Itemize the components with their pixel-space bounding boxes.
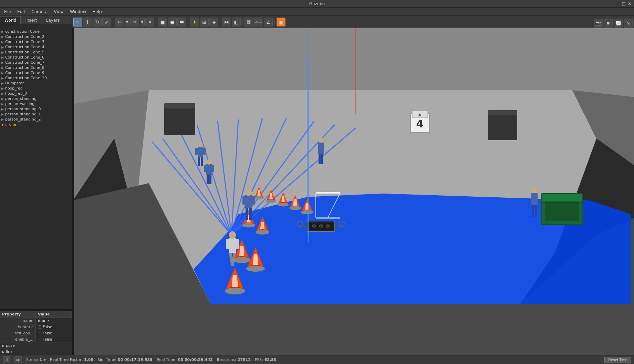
tree-item-construction_cone[interactable]: ▶construction Cone bbox=[0, 29, 72, 34]
measure-btn[interactable]: ⟵ bbox=[254, 18, 263, 27]
model-btn[interactable]: ◧ bbox=[232, 18, 241, 27]
step-btn[interactable]: ⏭ bbox=[14, 356, 22, 363]
sun-btn[interactable]: ☀ bbox=[190, 18, 199, 27]
angle-btn[interactable]: ∠ bbox=[264, 18, 273, 27]
select-tool-btn[interactable]: ↖ bbox=[73, 18, 82, 27]
tree-item-construction_cone_3[interactable]: ▶Construction Cone_3 bbox=[0, 39, 72, 44]
svg-rect-86 bbox=[319, 154, 321, 164]
tree-item-construction_cone_2[interactable]: ▶Construction Cone_2 bbox=[0, 34, 72, 39]
svg-rect-84 bbox=[318, 143, 324, 154]
menu-edit[interactable]: Edit bbox=[14, 9, 28, 15]
orange-tool-btn[interactable]: ▣ bbox=[277, 18, 285, 27]
tree-item-construction_cone_7[interactable]: ▶Construction Cone_7 bbox=[0, 60, 72, 65]
steps-value: 1 bbox=[39, 357, 42, 362]
record-btn[interactable]: ⏺ bbox=[604, 19, 613, 28]
redo-btn[interactable]: ↪ bbox=[130, 18, 139, 27]
sep1 bbox=[113, 19, 113, 25]
rotate-tool-btn[interactable]: ↻ bbox=[93, 18, 102, 27]
prop-expand-pose[interactable]: ▶pose bbox=[0, 343, 72, 349]
tree-item-person_standing_2[interactable]: ▶person_standing_2 bbox=[0, 117, 72, 122]
menu-view[interactable]: View bbox=[51, 9, 66, 15]
title-bar: Gazebo — □ ✕ bbox=[0, 0, 634, 8]
expand-btn[interactable]: ⤡ bbox=[624, 19, 633, 28]
menu-file[interactable]: File bbox=[1, 9, 14, 15]
viewport[interactable]: 4 ▲ bbox=[74, 28, 634, 355]
tree-item-construction_cone_10[interactable]: ▶Construction Cone_10 bbox=[0, 75, 72, 81]
tab-bar: World Insert Layers bbox=[0, 16, 72, 25]
svg-point-67 bbox=[207, 159, 211, 165]
prop-key-enable_...: enable_... bbox=[0, 336, 36, 342]
svg-rect-62 bbox=[198, 157, 200, 166]
undo-btn[interactable]: ↩ bbox=[115, 18, 124, 27]
tree-item-person_standing[interactable]: ▶person_standing bbox=[0, 96, 72, 101]
cylinder-btn[interactable]: ⬬ bbox=[177, 18, 186, 27]
prop-key-self_coll...: self_coll... bbox=[0, 330, 36, 336]
scale-tool-btn[interactable]: ⤢ bbox=[102, 18, 111, 27]
svg-point-43 bbox=[242, 223, 255, 228]
fps-label: FPS: bbox=[255, 357, 263, 362]
pause-btn[interactable]: ⏸ bbox=[3, 356, 10, 363]
svg-rect-83 bbox=[236, 239, 239, 249]
props-rows: namedroneis_staticFalseself_coll...False… bbox=[0, 318, 72, 355]
maximize-btn[interactable]: □ bbox=[622, 1, 626, 6]
close-btn[interactable]: ✕ bbox=[628, 1, 631, 6]
plot-btn[interactable]: 📈 bbox=[614, 19, 623, 28]
clear-btn[interactable]: ✕ bbox=[145, 18, 154, 27]
sphere-btn[interactable]: ● bbox=[168, 18, 177, 27]
svg-rect-71 bbox=[212, 165, 214, 172]
tab-layers[interactable]: Layers bbox=[42, 16, 64, 24]
svg-point-23 bbox=[254, 196, 264, 199]
sep5 bbox=[242, 19, 243, 25]
undo-dropdown-btn[interactable]: ▼ bbox=[125, 18, 129, 27]
menu-camera[interactable]: Camera bbox=[29, 9, 50, 15]
svg-rect-82 bbox=[226, 239, 229, 249]
reset-time-btn[interactable]: Reset Time bbox=[604, 357, 631, 363]
prop-val-is_static[interactable]: False bbox=[36, 324, 72, 330]
chain-btn[interactable]: ⛓ bbox=[245, 18, 253, 27]
window-controls[interactable]: — □ ✕ bbox=[616, 1, 631, 6]
steps-dropdown-btn[interactable]: ▼ bbox=[43, 358, 46, 362]
translate-tool-btn[interactable]: ✛ bbox=[83, 18, 92, 27]
wire-btn[interactable]: ◈ bbox=[209, 18, 218, 27]
tree-item-construction_cone_4[interactable]: ▶Construction Cone_4 bbox=[0, 44, 72, 50]
tree-item-construction_cone_6[interactable]: ▶Construction Cone_6 bbox=[0, 55, 72, 60]
menu-window[interactable]: Window bbox=[67, 9, 89, 15]
tab-world[interactable]: World bbox=[0, 16, 21, 24]
real-time-value: 00 00:00:29.442 bbox=[178, 357, 213, 362]
joint-btn[interactable]: ⧓ bbox=[222, 18, 231, 27]
menu-help[interactable]: Help bbox=[90, 9, 104, 15]
tree-item-person_standing_0[interactable]: ▶person_standing_0 bbox=[0, 106, 72, 112]
tree-item-drone[interactable]: ▼drone bbox=[0, 122, 72, 127]
prop-val-enable_...[interactable]: False bbox=[36, 336, 72, 342]
sim-time-label: Sim Time: bbox=[97, 357, 116, 362]
tree-item-construction_cone_9[interactable]: ▶Construction Cone_9 bbox=[0, 70, 72, 75]
tab-insert[interactable]: Insert bbox=[21, 16, 41, 24]
prop-row-is_static: is_staticFalse bbox=[0, 324, 72, 330]
prop-expand-link[interactable]: ▶link bbox=[0, 349, 72, 355]
box-btn[interactable]: ■ bbox=[158, 18, 167, 27]
world-tree[interactable]: ▶construction Cone▶Construction Cone_2▶C… bbox=[0, 28, 72, 309]
prop-row-enable_...: enable_...False bbox=[0, 336, 72, 343]
tree-item-dumpster[interactable]: ▶Dumpster bbox=[0, 81, 72, 86]
iterations-section: Iterations: 27512 bbox=[217, 357, 251, 362]
tree-item-person_standing_1[interactable]: ▶person_standing_1 bbox=[0, 112, 72, 117]
svg-rect-88 bbox=[531, 193, 538, 205]
tree-item-construction_cone_8[interactable]: ▶Construction Cone_8 bbox=[0, 65, 72, 70]
screenshot-btn[interactable]: 📷 bbox=[594, 19, 603, 28]
svg-rect-63 bbox=[201, 157, 203, 166]
grid-btn[interactable]: ⊞ bbox=[200, 18, 209, 27]
steps-section: Steps: 1 ▼ bbox=[26, 357, 46, 362]
tree-item-hoop_red[interactable]: ▶hoop_red bbox=[0, 86, 72, 91]
rtf-value: 1.00 bbox=[84, 357, 93, 362]
redo-dropdown-btn[interactable]: ▼ bbox=[140, 18, 145, 27]
tree-item-person_walking[interactable]: ▶person_walking bbox=[0, 101, 72, 106]
tree-item-hoop_red_0[interactable]: ▶hoop_red_0 bbox=[0, 91, 72, 96]
steps-label: Steps: bbox=[26, 357, 38, 362]
prop-val-self_coll...[interactable]: False bbox=[36, 330, 72, 336]
sep4 bbox=[220, 19, 220, 25]
svg-rect-92 bbox=[164, 106, 195, 135]
minimize-btn[interactable]: — bbox=[616, 1, 620, 6]
svg-rect-114 bbox=[542, 194, 582, 201]
tree-item-construction_cone_5[interactable]: ▶Construction Cone_5 bbox=[0, 50, 72, 55]
svg-rect-77 bbox=[252, 196, 255, 205]
